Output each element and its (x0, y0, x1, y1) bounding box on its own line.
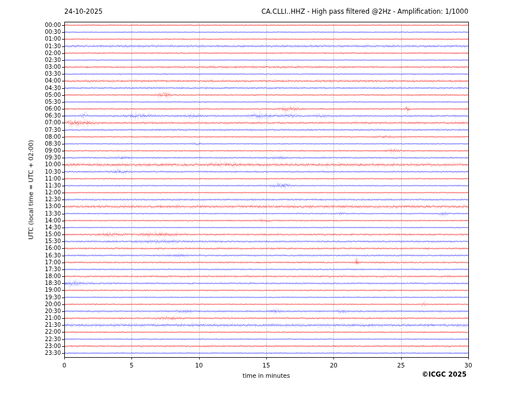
y-tick-label: 17:30 (6, 267, 61, 272)
y-tick-label: 14:30 (6, 225, 61, 230)
y-tick-label: 06:00 (6, 106, 61, 112)
y-tick-label: 12:00 (6, 190, 61, 195)
seismogram-canvas (0, 0, 532, 399)
date-label: 24-10-2025 (64, 7, 103, 15)
y-tick-label: 20:00 (6, 302, 61, 307)
copyright-credit: ©ICGC 2025 (422, 370, 467, 378)
plot-title: CA.CLLI..HHZ - High pass filtered @2Hz -… (262, 7, 468, 15)
y-tick-label: 02:00 (6, 50, 61, 56)
y-tick-label: 16:00 (6, 245, 61, 251)
y-tick-label: 05:00 (6, 92, 61, 98)
y-tick-label: 04:30 (6, 85, 61, 91)
y-tick-label: 12:30 (6, 197, 61, 202)
y-tick-label: 13:30 (6, 211, 61, 217)
x-tick-label: 0 (63, 362, 67, 369)
y-tick-label: 14:00 (6, 218, 61, 224)
y-tick-label: 04:00 (6, 78, 61, 84)
y-tick-label: 08:30 (6, 141, 61, 147)
y-tick-label: 20:30 (6, 308, 61, 314)
y-tick-label: 05:30 (6, 99, 61, 105)
x-tick-label: 30 (464, 362, 472, 369)
y-tick-label: 03:00 (6, 64, 61, 70)
x-axis-label: time in minutes (243, 372, 290, 379)
y-tick-label: 10:30 (6, 169, 61, 175)
x-tick-label: 10 (195, 362, 203, 369)
y-tick-label: 21:00 (6, 315, 61, 321)
y-tick-label: 08:00 (6, 134, 61, 140)
y-tick-label: 02:30 (6, 57, 61, 63)
y-tick-label: 18:00 (6, 273, 61, 279)
x-tick-label: 20 (330, 362, 337, 369)
y-tick-label: 09:30 (6, 155, 61, 161)
y-tick-label: 06:30 (6, 113, 61, 119)
y-tick-label: 07:00 (6, 120, 61, 126)
y-tick-label: 03:30 (6, 71, 61, 77)
y-tick-label: 18:30 (6, 280, 61, 286)
y-tick-label: 07:30 (6, 127, 61, 133)
y-tick-label: 11:00 (6, 176, 61, 182)
y-tick-label: 10:00 (6, 162, 61, 167)
y-tick-label: 00:00 (6, 22, 61, 28)
y-tick-label: 23:00 (6, 343, 61, 349)
y-tick-label: 23:30 (6, 350, 61, 356)
y-tick-label: 19:00 (6, 287, 61, 293)
x-tick-label: 25 (397, 362, 405, 369)
y-tick-label: 00:30 (6, 29, 61, 35)
y-tick-label: 22:00 (6, 329, 61, 335)
y-tick-label: 17:00 (6, 260, 61, 265)
x-tick-label: 15 (262, 362, 270, 369)
x-tick-label: 5 (130, 362, 134, 369)
y-tick-label: 01:00 (6, 36, 61, 42)
y-tick-label: 21:30 (6, 322, 61, 328)
y-tick-label: 11:30 (6, 183, 61, 189)
y-tick-label: 16:30 (6, 253, 61, 259)
y-tick-label: 01:30 (6, 44, 61, 49)
y-tick-label: 19:30 (6, 295, 61, 300)
y-tick-label: 22:30 (6, 337, 61, 342)
y-tick-label: 15:30 (6, 238, 61, 244)
y-tick-label: 13:00 (6, 204, 61, 209)
helicorder-figure: 24-10-2025 CA.CLLI..HHZ - High pass filt… (0, 0, 532, 399)
y-tick-label: 09:00 (6, 148, 61, 154)
y-tick-label: 15:00 (6, 232, 61, 237)
